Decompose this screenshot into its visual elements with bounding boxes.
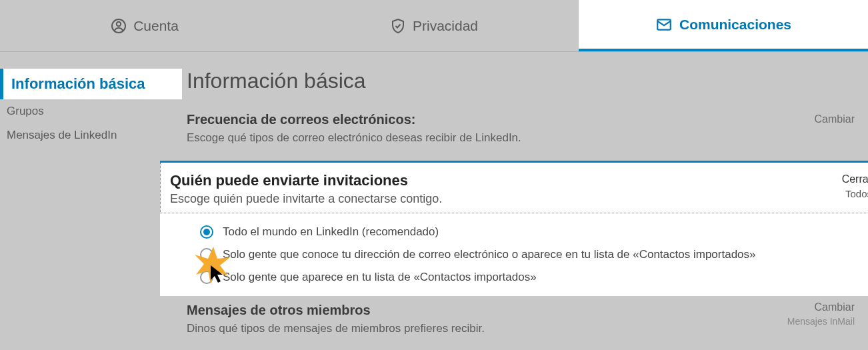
summary-value: Mensajes InMail [787,316,855,327]
tab-label: Privacidad [413,18,478,34]
section-title: Frecuencia de correos electrónicos: [187,112,868,127]
section-desc: Dinos qué tipos de mensajes de miembros … [187,322,868,335]
expanded-header: Quién puede enviarte invitaciones Escoge… [160,163,868,213]
section-email-frequency: Frecuencia de correos electrónicos: Esco… [187,108,868,154]
radio-group-invitations: Todo el mundo en LinkedIn (recomendado) … [160,213,868,296]
tab-communications[interactable]: Comunicaciones [579,0,868,51]
change-link[interactable]: Cambiar [815,113,855,125]
section-member-messages: Mensajes de otros miembros Dinos qué tip… [187,296,868,345]
sidebar-item-label: Información básica [11,75,145,92]
radio-option-email-or-imported[interactable]: Solo gente que conoce tu dirección de co… [200,248,863,261]
radio-label: Solo gente que aparece en tu lista de «C… [223,271,537,284]
section-title: Quién puede enviarte invitaciones [170,172,863,189]
radio-option-imported-only[interactable]: Solo gente que aparece en tu lista de «C… [200,271,863,284]
sidebar-item-groups[interactable]: Grupos [0,99,187,123]
sidebar-item-basic-info[interactable]: Información básica [0,69,182,99]
sidebar: Información básica Grupos Mensajes de Li… [0,69,187,345]
radio-icon [200,271,213,284]
change-link[interactable]: Cambiar [815,301,855,313]
svg-point-1 [117,21,121,25]
tab-account[interactable]: Cuenta [0,0,289,51]
shield-icon [390,18,406,34]
mail-icon [655,16,673,33]
top-tabs: Cuenta Privacidad Comunicaciones [0,0,868,52]
tab-label: Cuenta [133,18,179,34]
section-desc: Escoge quién puede invitarte a conectars… [170,192,863,206]
sidebar-item-label: Mensajes de LinkedIn [7,129,117,141]
radio-icon [200,248,213,261]
section-desc: Escoge qué tipos de correo electrónico d… [187,131,868,145]
sidebar-item-label: Grupos [7,105,44,117]
summary-value: Todos [845,188,868,199]
radio-label: Solo gente que conoce tu dirección de co… [223,248,756,261]
radio-label: Todo el mundo en LinkedIn (recomendado) [223,225,439,239]
radio-option-everyone[interactable]: Todo el mundo en LinkedIn (recomendado) [200,225,863,239]
tab-label: Comunicaciones [679,17,791,33]
radio-icon [200,225,213,239]
tab-privacy[interactable]: Privacidad [289,0,579,51]
main-panel: Información básica Frecuencia de correos… [187,69,868,345]
page-title: Información básica [187,69,868,93]
sidebar-item-linkedin-messages[interactable]: Mensajes de LinkedIn [0,123,187,147]
close-link[interactable]: Cerrar [842,173,868,185]
user-circle-icon [111,18,127,34]
section-invitations-expanded: Quién puede enviarte invitaciones Escoge… [160,161,868,296]
section-title: Mensajes de otros miembros [187,303,868,318]
content-area: Información básica Grupos Mensajes de Li… [0,52,868,345]
